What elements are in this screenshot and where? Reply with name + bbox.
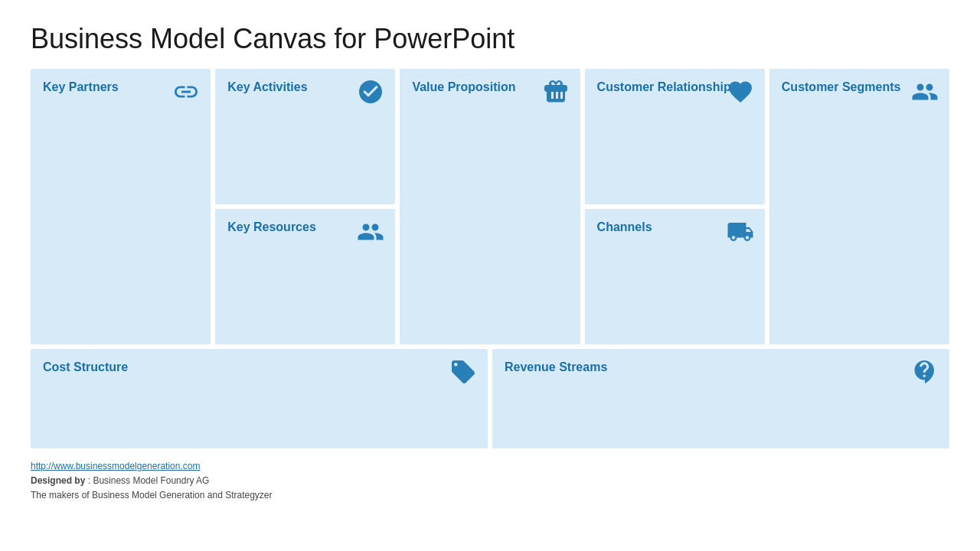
key-partners-title: Key Partners bbox=[43, 80, 119, 93]
revenue-streams-title: Revenue Streams bbox=[505, 360, 607, 373]
key-resources-title: Key Resources bbox=[227, 220, 316, 233]
bottom-grid: Cost Structure Revenue Streams bbox=[31, 349, 949, 448]
truck-icon bbox=[727, 218, 754, 249]
cost-structure-title: Cost Structure bbox=[43, 360, 128, 373]
main-grid: Key Partners Key Activities Key Resource… bbox=[31, 69, 949, 344]
money-icon bbox=[911, 358, 939, 389]
channels-title: Channels bbox=[597, 220, 652, 233]
key-resources-cell: Key Resources bbox=[215, 209, 395, 344]
footer-company: Business Model Foundry AG bbox=[93, 475, 209, 486]
footer: http://www.businessmodelgeneration.com D… bbox=[31, 459, 949, 504]
value-proposition-title: Value Proposition bbox=[412, 80, 515, 93]
key-partners-cell: Key Partners bbox=[31, 69, 211, 344]
customer-segments-cell: Customer Segments bbox=[769, 69, 949, 344]
channels-cell: Channels bbox=[585, 209, 765, 344]
resources-icon bbox=[357, 218, 384, 249]
customer-segments-title: Customer Segments bbox=[782, 80, 901, 93]
cost-structure-cell: Cost Structure bbox=[31, 349, 488, 448]
revenue-streams-cell: Revenue Streams bbox=[492, 349, 949, 448]
heart-icon bbox=[727, 78, 754, 109]
key-activities-title: Key Activities bbox=[227, 80, 307, 93]
key-activities-cell: Key Activities bbox=[215, 69, 395, 204]
link-icon bbox=[172, 78, 200, 109]
group-icon bbox=[911, 78, 939, 109]
value-proposition-cell: Value Proposition bbox=[400, 69, 580, 344]
cr-channels-stack: Customer Relationships Channels bbox=[585, 69, 765, 344]
check-icon bbox=[357, 78, 384, 109]
customer-relationships-title: Customer Relationships bbox=[597, 80, 738, 93]
footer-tagline: The makers of Business Model Generation … bbox=[31, 488, 949, 503]
activities-resources-stack: Key Activities Key Resources bbox=[215, 69, 395, 344]
canvas-wrapper: Key Partners Key Activities Key Resource… bbox=[31, 69, 949, 448]
tag-icon bbox=[449, 358, 477, 389]
footer-url[interactable]: http://www.businessmodelgeneration.com bbox=[31, 461, 200, 471]
customer-relationships-cell: Customer Relationships bbox=[585, 69, 765, 204]
footer-designed-by-label: Designed by bbox=[31, 475, 85, 486]
page-title: Business Model Canvas for PowerPoint bbox=[31, 23, 949, 55]
gift-icon bbox=[542, 78, 570, 109]
